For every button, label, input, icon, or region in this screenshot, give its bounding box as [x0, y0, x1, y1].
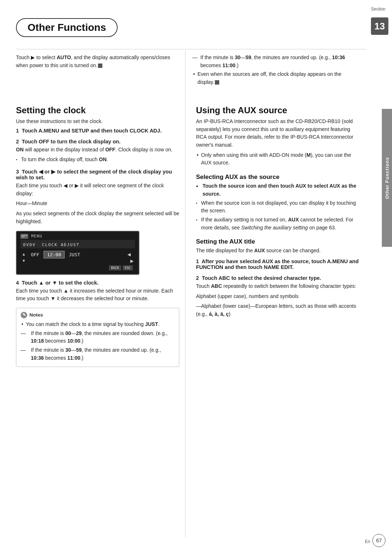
right-column: Using the AUX source An IP-BUS-RCA Inter…: [196, 105, 359, 321]
svg-rect-1: [21, 235, 27, 236]
page-number: 67: [372, 534, 385, 547]
aux-step2-body2: Alphabet (upper case), numbers and symbo…: [196, 293, 359, 301]
using-aux-intro: An IP-BUS-RCA Interconnector such as the…: [196, 118, 359, 149]
clock-adjust-text: DVDV CLOCK ADJUST: [23, 242, 79, 247]
col-divider: [185, 51, 185, 537]
using-aux-heading: Using the AUX source: [196, 105, 359, 115]
intro-text-right: If the minute is 30—59, the minutes are …: [192, 54, 359, 87]
step4-body1: Each time you touch ▲ it increases the s…: [16, 287, 179, 303]
section-label: Section: [371, 7, 385, 12]
back-btn: BACK: [109, 265, 121, 270]
page-lang: En: [365, 539, 370, 544]
esc-btn: ESC: [123, 265, 133, 270]
selecting-aux-heading: Selecting AUX as the source: [196, 174, 359, 181]
header-box: Other Functions: [16, 18, 118, 37]
clock-menu-icon: [20, 234, 28, 239]
selecting-aux-square2: If the auxiliary setting is not turned o…: [196, 216, 359, 232]
notes-box: ✎ Notes You can match the clock to a tim…: [16, 308, 179, 367]
notes-bullet1: You can match the clock to a time signal…: [21, 321, 175, 328]
intro-text-left: Touch ▶ to select AUTO, and the display …: [16, 54, 172, 69]
notes-dash2: If the minute is 30—59, the minutes are …: [21, 346, 175, 362]
notes-dash1: If the minute is 00—29, the minutes are …: [21, 330, 175, 345]
step2-heading: 2 Touch OFF to turn the clock display on…: [16, 139, 179, 144]
page-title: Other Functions: [28, 22, 106, 33]
header-area: Other Functions: [16, 18, 367, 37]
notes-label: Notes: [29, 312, 43, 318]
intro-right-bullet1: Even when the sources are off, the clock…: [192, 70, 359, 86]
intro-right-dash1: If the minute is 30—59, the minutes are …: [192, 54, 359, 69]
setting-clock-heading: Setting the clock: [16, 105, 179, 115]
aux-step2-body3: —Alphabet (lower case)—European letters,…: [196, 302, 359, 318]
clock-adjust-row: DVDV CLOCK ADJUST: [20, 240, 135, 248]
step4-heading: 4 Touch ▲ or ▼ to set the clock.: [16, 280, 179, 286]
step2-bullet1: To turn the clock display off, touch ON.: [16, 156, 179, 164]
header-divider: [16, 49, 367, 49]
notes-title: ✎ Notes: [21, 312, 175, 318]
selecting-aux-square1: When the source icon is not displayed, y…: [196, 199, 359, 215]
left-column: Setting the clock Use these instructions…: [16, 105, 179, 371]
clock-just-cell: JUST: [67, 251, 82, 258]
svg-rect-2: [21, 236, 24, 237]
step3-heading: 3 Touch ◀ or ▶ to select the segment of …: [16, 169, 179, 180]
using-aux-bullet1: Only when using this unit with ADD-ON mo…: [196, 151, 359, 167]
setting-clock-intro: Use these instructions to set the clock.: [16, 118, 179, 126]
aux-step1-heading: 1 After you have selected AUX as the sou…: [196, 258, 359, 270]
clock-time-cell: 12:00: [44, 251, 64, 258]
aux-title-heading: Setting the AUX title: [196, 238, 359, 245]
aux-step2-heading: 2 Touch ABC to select the desired charac…: [196, 275, 359, 281]
step2-body1: ON will appear in the display instead of…: [16, 146, 179, 154]
step3-body2: Hour—Minute: [16, 200, 179, 208]
aux-step2-body1: Touch ABC repeatedly to switch between t…: [196, 282, 359, 290]
step3-body3: As you select segments of the clock disp…: [16, 210, 179, 225]
intro-left-text: Touch ▶ to select AUTO, and the display …: [16, 54, 170, 68]
clock-menu-text: MENU: [31, 234, 42, 238]
aux-title-intro: The title displayed for the AUX source c…: [196, 247, 359, 255]
notes-icon: ✎: [21, 312, 27, 318]
step3-body1: Each time you touch ◀ or ▶ it will selec…: [16, 182, 179, 197]
clock-display: MENU DVDV CLOCK ADJUST ▲ OFF 12:00 JUST …: [16, 231, 139, 275]
step1-heading: 1 Touch A.MENU and SETUP and then touch …: [16, 128, 179, 134]
selecting-aux-circle1: Touch the source icon and then touch AUX…: [196, 182, 359, 198]
side-label: Other Functions: [382, 109, 392, 247]
clock-off-cell: OFF: [29, 251, 41, 258]
section-badge: 13: [371, 17, 388, 35]
